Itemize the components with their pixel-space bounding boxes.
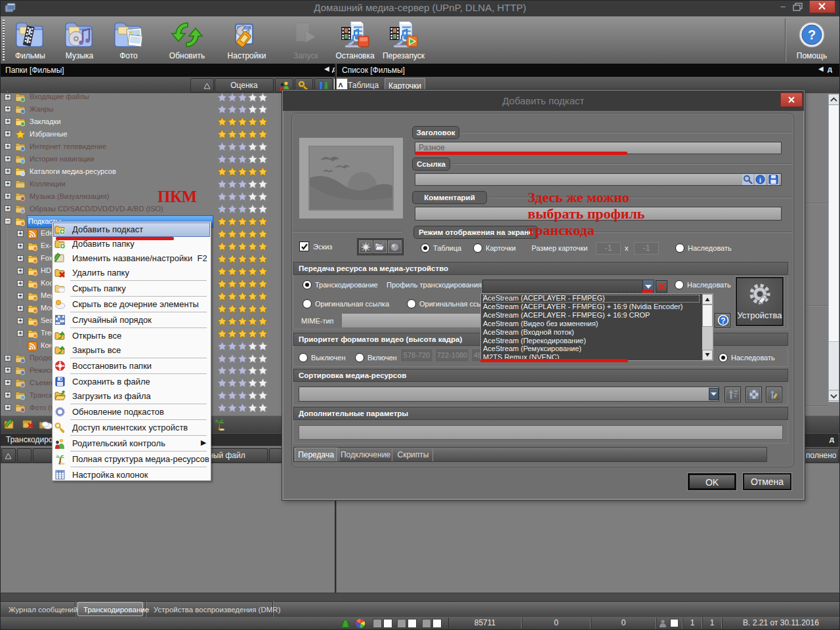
svg-text:?: ? (721, 316, 725, 326)
svg-text:i: i (759, 177, 761, 184)
svg-text:?: ? (808, 28, 816, 42)
